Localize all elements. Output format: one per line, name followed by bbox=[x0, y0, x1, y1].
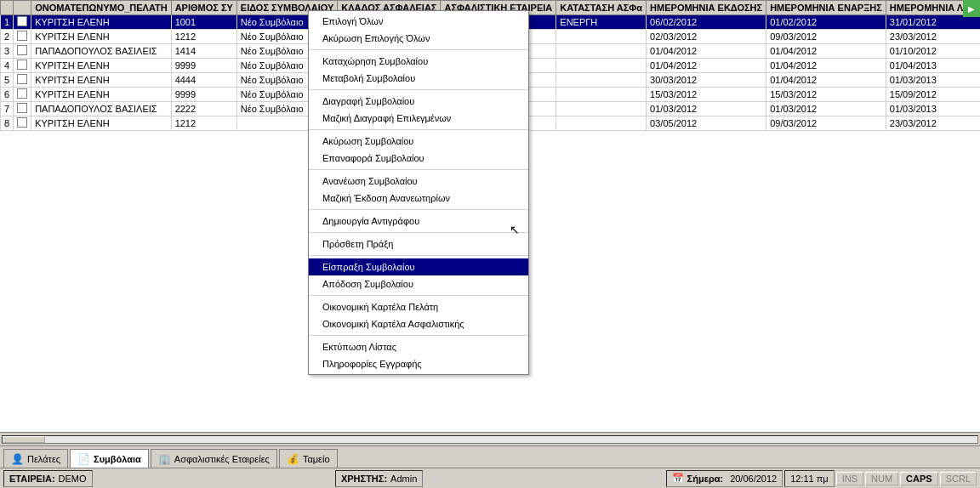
tab-label: Ταμείο bbox=[303, 454, 330, 464]
row-checkbox-cell[interactable] bbox=[14, 73, 31, 88]
company-label: ΕΤΑΙΡΕΙΑ: bbox=[9, 474, 55, 484]
row-number-cell[interactable]: 6 bbox=[1, 88, 14, 102]
menu-item[interactable]: Διαγραφή Συμβολαίου bbox=[309, 93, 528, 110]
menu-item[interactable]: Καταχώρηση Συμβολαίου bbox=[309, 53, 528, 70]
checkbox[interactable] bbox=[17, 74, 27, 84]
status-time: 12:11 πμ bbox=[784, 470, 835, 487]
row-data-cell: 31/01/2012 bbox=[886, 15, 980, 30]
checkbox[interactable] bbox=[17, 117, 27, 128]
row-data-cell: 01/04/2012 bbox=[766, 73, 886, 88]
tab-πελάτες[interactable]: 👤Πελάτες bbox=[3, 449, 68, 468]
menu-separator bbox=[309, 209, 528, 210]
menu-item[interactable]: Εκτύπωση Λίστας bbox=[309, 338, 528, 355]
row-data-cell bbox=[556, 30, 647, 44]
row-data-cell: 4444 bbox=[171, 73, 236, 88]
tab-label: Συμβόλαια bbox=[94, 454, 141, 464]
user-value: Admin bbox=[390, 474, 417, 484]
menu-item[interactable]: Μαζική Έκδοση Ανανεωτηρίων bbox=[309, 190, 528, 207]
row-checkbox-cell[interactable] bbox=[14, 102, 31, 116]
row-checkbox-cell[interactable] bbox=[14, 116, 31, 131]
row-checkbox-cell[interactable] bbox=[14, 15, 31, 30]
row-data-cell: 23/03/2012 bbox=[886, 30, 980, 44]
row-data-cell bbox=[556, 73, 647, 88]
row-number-cell[interactable]: 5 bbox=[1, 73, 14, 88]
menu-item[interactable]: Μεταβολή Συμβολαίου bbox=[309, 70, 528, 87]
row-number-cell[interactable]: 1 bbox=[1, 15, 14, 30]
tab-συμβόλαια[interactable]: 📄Συμβόλαια bbox=[70, 449, 149, 468]
row-number-cell[interactable]: 4 bbox=[1, 59, 14, 73]
menu-item[interactable]: Απόδοση Συμβολαίου bbox=[309, 275, 528, 292]
date-label: Σήμερα: bbox=[687, 474, 724, 484]
col-status[interactable]: ΚΑΤΑΣΤΑΣΗ ΑΣΦα bbox=[556, 1, 647, 15]
status-company: ΕΤΑΙΡΕΙΑ: DEMO bbox=[3, 470, 93, 487]
checkbox[interactable] bbox=[17, 31, 27, 41]
menu-separator bbox=[309, 169, 528, 170]
menu-item[interactable]: Οικονομική Καρτέλα Πελάτη bbox=[309, 298, 528, 315]
menu-item[interactable]: Δημιουργία Αντιγράφου bbox=[309, 213, 528, 230]
status-keys: INSNUMCAPSSCRL bbox=[836, 472, 977, 485]
row-number-cell[interactable]: 3 bbox=[1, 44, 14, 59]
h-scrollbar-thumb[interactable] bbox=[3, 436, 45, 443]
status-bar: ΕΤΑΙΡΕΙΑ: DEMO ΧΡΗΣΤΗΣ: Admin 📅 Σήμερα: … bbox=[0, 468, 980, 488]
row-data-cell: 01/04/2012 bbox=[766, 44, 886, 59]
row-number-cell[interactable]: 7 bbox=[1, 102, 14, 116]
row-data-cell: 09/03/2012 bbox=[766, 30, 886, 44]
menu-item[interactable]: Πρόσθετη Πράξη bbox=[309, 235, 528, 253]
row-data-cell: 01/04/2012 bbox=[647, 44, 766, 59]
row-data-cell: ΚΥΡΙΤΣΗ ΕΛΕΝΗ bbox=[31, 30, 172, 44]
menu-item[interactable]: Ακύρωση Επιλογής Όλων bbox=[309, 30, 528, 47]
row-checkbox-cell[interactable] bbox=[14, 44, 31, 59]
main-window: ▶ ΟΝΟΜΑΤΕΠΩΝΥΜΟ_ΠΕΛΑΤΗ ΑΡΙΘΜΟΣ ΣΥ ΕΙΔΟΣ … bbox=[0, 0, 980, 488]
checkbox[interactable] bbox=[17, 60, 27, 70]
row-data-cell: 1414 bbox=[171, 44, 236, 59]
menu-item[interactable]: Οικονομική Καρτέλα Ασφαλιστικής bbox=[309, 315, 528, 332]
menu-item[interactable]: Πληροφορίες Εγγραφής bbox=[309, 355, 528, 372]
row-checkbox-cell[interactable] bbox=[14, 30, 31, 44]
row-number-cell[interactable]: 8 bbox=[1, 116, 14, 131]
row-data-cell: ΕΝΕΡΓΗ bbox=[556, 15, 647, 30]
row-data-cell: 01/04/2013 bbox=[886, 59, 980, 73]
tab-icon: 💰 bbox=[287, 453, 299, 465]
row-data-cell: ΚΥΡΙΤΣΗ ΕΛΕΝΗ bbox=[31, 59, 172, 73]
col-start[interactable]: ΗΜΕΡΟΜΗΝΙΑ ΕΝΑΡΞΗΣ bbox=[766, 1, 886, 15]
row-data-cell: 9999 bbox=[171, 88, 236, 102]
row-data-cell: 15/09/2012 bbox=[886, 88, 980, 102]
tab-icon: 🏢 bbox=[158, 453, 171, 465]
tab-ταμείο[interactable]: 💰Ταμείο bbox=[279, 449, 338, 468]
menu-item[interactable]: Είσπραξη Συμβολαίου bbox=[309, 258, 528, 275]
checkbox[interactable] bbox=[17, 103, 27, 113]
row-data-cell: 15/03/2012 bbox=[766, 88, 886, 102]
row-data-cell: 1212 bbox=[171, 116, 236, 131]
checkbox[interactable] bbox=[17, 88, 27, 99]
menu-separator bbox=[309, 232, 528, 233]
tab-ασφαλιστικές-εταιρείες[interactable]: 🏢Ασφαλιστικές Εταιρείες bbox=[151, 449, 277, 468]
col-issued[interactable]: ΗΜΕΡΟΜΗΝΙΑ ΕΚΔΟΣΗΣ bbox=[647, 1, 766, 15]
row-data-cell: ΚΥΡΙΤΣΗ ΕΛΕΝΗ bbox=[31, 88, 172, 102]
row-number-cell[interactable]: 2 bbox=[1, 30, 14, 44]
col-rownum bbox=[1, 1, 14, 15]
date-value: 20/06/2012 bbox=[730, 474, 777, 484]
tabs-bar: 👤Πελάτες📄Συμβόλαια🏢Ασφαλιστικές Εταιρείε… bbox=[0, 445, 980, 468]
h-scrollbar[interactable] bbox=[0, 432, 980, 445]
time-value: 12:11 πμ bbox=[790, 474, 829, 484]
checkbox[interactable] bbox=[17, 45, 27, 55]
status-date: 📅 Σήμερα: 20/06/2012 bbox=[666, 470, 783, 487]
row-data-cell: 01/02/2012 bbox=[766, 15, 886, 30]
context-menu: Επιλογή ΌλωνΑκύρωση Επιλογής ΌλωνΚαταχώρ… bbox=[308, 10, 529, 375]
row-checkbox-cell[interactable] bbox=[14, 59, 31, 73]
menu-separator bbox=[309, 129, 528, 130]
menu-item[interactable]: Ακύρωση Συμβολαίου bbox=[309, 133, 528, 150]
col-num[interactable]: ΑΡΙΘΜΟΣ ΣΥ bbox=[171, 1, 236, 15]
row-checkbox-cell[interactable] bbox=[14, 88, 31, 102]
row-data-cell bbox=[556, 88, 647, 102]
row-data-cell: 02/03/2012 bbox=[647, 30, 766, 44]
col-name[interactable]: ΟΝΟΜΑΤΕΠΩΝΥΜΟ_ΠΕΛΑΤΗ bbox=[31, 1, 172, 15]
row-data-cell: 2222 bbox=[171, 102, 236, 116]
menu-item[interactable]: Επιλογή Όλων bbox=[309, 13, 528, 30]
menu-item[interactable]: Επαναφορά Συμβολαίου bbox=[309, 150, 528, 167]
menu-item[interactable]: Ανανέωση Συμβολαίου bbox=[309, 173, 528, 190]
menu-item[interactable]: Μαζική Διαγραφή Επιλεγμένων bbox=[309, 110, 528, 127]
checkbox[interactable] bbox=[17, 16, 27, 26]
col-checkbox bbox=[14, 1, 31, 15]
h-scrollbar-track[interactable] bbox=[2, 435, 978, 444]
